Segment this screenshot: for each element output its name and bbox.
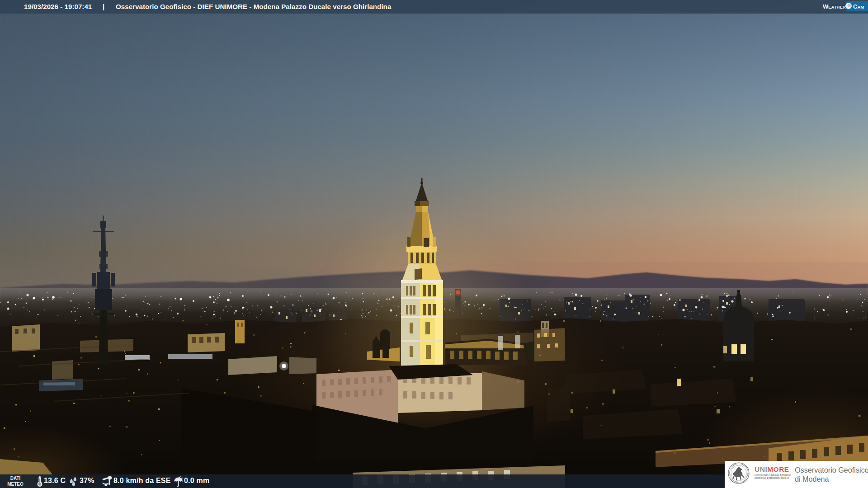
svg-text:MODENA E REGGIO EMILIA: MODENA E REGGIO EMILIA	[755, 477, 790, 479]
svg-text:Osservatorio Geofisico: Osservatorio Geofisico	[795, 466, 868, 474]
svg-text:CAM: CAM	[853, 3, 864, 10]
svg-text:di Modena: di Modena	[795, 475, 829, 483]
svg-text:UNIMORE: UNIMORE	[755, 465, 789, 473]
svg-text:UNIVERSITÀ DEGLI STUDI DI: UNIVERSITÀ DEGLI STUDI DI	[755, 474, 791, 476]
svg-text:WEATHER: WEATHER	[823, 3, 846, 10]
